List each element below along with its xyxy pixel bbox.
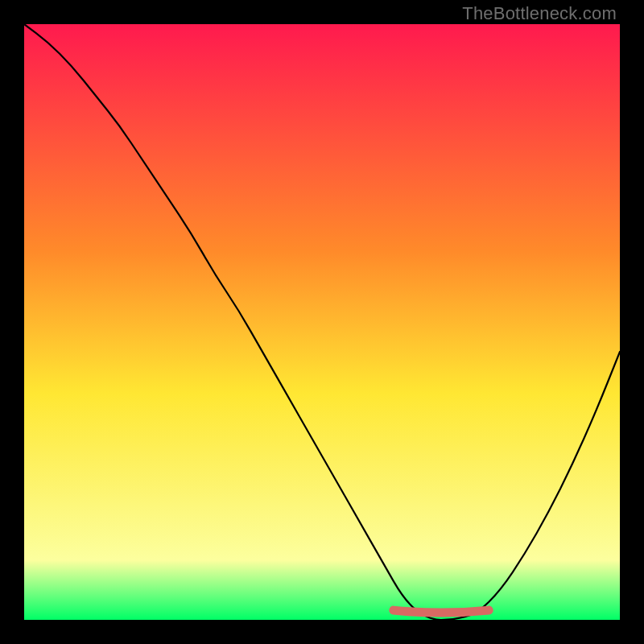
chart-background-gradient (24, 24, 620, 620)
bottleneck-chart (24, 24, 620, 620)
optimal-region-marker (394, 610, 489, 613)
watermark-text: TheBottleneck.com (462, 3, 617, 24)
chart-frame (24, 24, 620, 620)
